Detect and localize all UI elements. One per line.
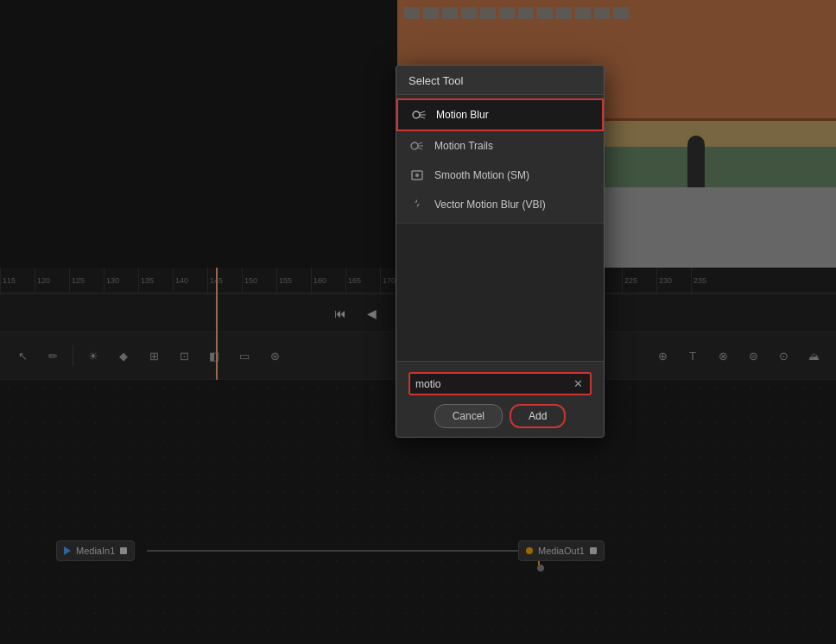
smooth-motion-icon (408, 167, 426, 184)
dialog-empty-space (396, 223, 604, 361)
svg-line-9 (418, 148, 422, 149)
svg-line-3 (420, 111, 425, 113)
svg-point-11 (415, 174, 419, 177)
tool-list: Motion Blur Motion Trails (396, 95, 604, 223)
tool-item-vector-motion-blur[interactable]: Vector Motion Blur (VBI) (396, 190, 604, 219)
svg-point-2 (413, 111, 420, 118)
tool-label-smooth-motion: Smooth Motion (SM) (434, 169, 529, 181)
svg-point-6 (411, 142, 418, 149)
add-button[interactable]: Add (510, 404, 566, 428)
tool-label-motion-trails: Motion Trails (434, 140, 493, 152)
tool-label-vector-motion-blur: Vector Motion Blur (VBI) (434, 199, 546, 211)
svg-line-5 (420, 117, 425, 118)
dialog-buttons: Cancel Add (408, 404, 592, 428)
tool-item-motion-blur[interactable]: Motion Blur (396, 98, 604, 131)
select-tool-dialog: Select Tool Motion Blur (396, 65, 605, 438)
tool-item-smooth-motion[interactable]: Smooth Motion (SM) (396, 161, 604, 190)
search-clear-button[interactable]: ✕ (572, 377, 585, 390)
search-input[interactable] (415, 378, 572, 390)
vector-motion-blur-icon (408, 196, 426, 213)
dialog-title: Select Tool (396, 66, 604, 95)
motion-trails-icon (408, 137, 426, 155)
svg-line-7 (418, 142, 422, 144)
tool-label-motion-blur: Motion Blur (436, 109, 489, 121)
tool-item-motion-trails[interactable]: Motion Trails (396, 131, 604, 161)
motion-blur-icon (410, 106, 428, 123)
search-input-wrap: ✕ (408, 372, 592, 395)
cancel-button[interactable]: Cancel (434, 404, 503, 428)
dialog-search-section: ✕ Cancel Add (396, 361, 604, 437)
